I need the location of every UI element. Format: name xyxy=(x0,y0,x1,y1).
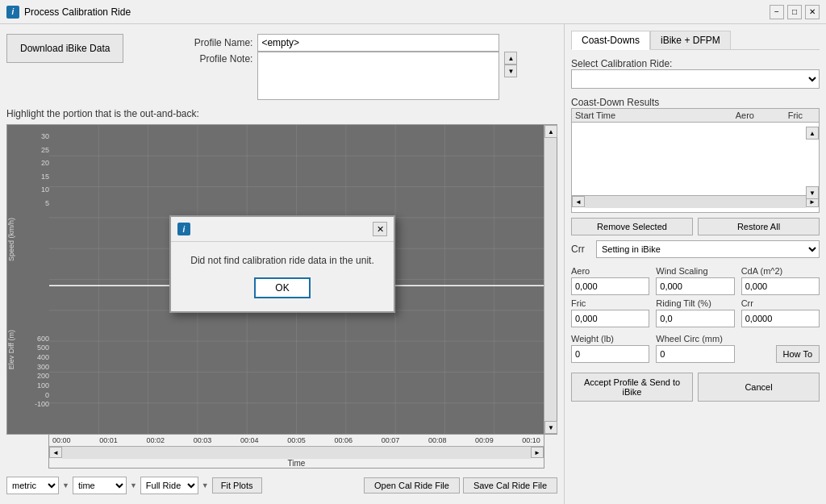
cal-ride-select[interactable] xyxy=(571,69,820,89)
how-to-button[interactable]: How To xyxy=(776,345,820,363)
dialog-message: Did not find calibration ride data in th… xyxy=(184,255,381,266)
right-panel: Coast-Downs iBike + DFPM Select Calibrat… xyxy=(565,24,826,504)
title-bar-left: i Process Calibration Ride xyxy=(6,6,131,19)
col-aero: Aero xyxy=(706,110,754,120)
cda-label: CdA (m^2) xyxy=(741,266,820,276)
riding-tilt-param-group: Riding Tilt (%) xyxy=(656,298,734,327)
weight-label: Weight (lb) xyxy=(571,334,649,344)
weight-param-group: Weight (lb) xyxy=(571,334,649,363)
results-hscroll: ◄ ► xyxy=(572,195,819,208)
results-scroll-left[interactable]: ◄ xyxy=(572,196,585,207)
accept-button[interactable]: Accept Profile & Send to iBike xyxy=(571,373,693,402)
close-button[interactable]: ✕ xyxy=(805,5,820,19)
cal-ride-label: Select Calibration Ride: xyxy=(571,58,820,69)
fric-param-group: Fric xyxy=(571,298,649,327)
action-buttons: Remove Selected Restore All xyxy=(571,218,820,235)
results-scroll-down[interactable]: ▼ xyxy=(806,186,819,199)
remove-selected-button[interactable]: Remove Selected xyxy=(571,218,693,235)
results-header: Start Time Aero Fric xyxy=(572,109,819,123)
aero-input[interactable] xyxy=(571,277,649,295)
weight-row: Weight (lb) Wheel Circ (mm) How To xyxy=(571,334,820,363)
cal-ride-select-row xyxy=(571,69,820,89)
crr-select[interactable]: Setting in iBike xyxy=(596,240,820,258)
crr2-label: Crr xyxy=(741,298,820,308)
bottom-action-row: Accept Profile & Send to iBike Cancel xyxy=(571,373,820,402)
dialog-titlebar: i ✕ xyxy=(171,217,394,242)
wind-scaling-label: Wind Scaling xyxy=(656,266,734,276)
col-fric: Fric xyxy=(754,110,803,120)
wheel-circ-param-group: Wheel Circ (mm) xyxy=(656,334,734,363)
results-hscroll-track xyxy=(585,196,806,208)
riding-tilt-input[interactable] xyxy=(656,310,734,327)
app-title: Process Calibration Ride xyxy=(24,6,131,18)
cancel-button[interactable]: Cancel xyxy=(698,373,820,402)
minimize-button[interactable]: − xyxy=(770,5,784,19)
how-to-group: How To xyxy=(741,334,820,363)
title-bar-controls: − □ ✕ xyxy=(770,5,820,19)
dialog-ok-button[interactable]: OK xyxy=(254,277,310,298)
error-dialog: i ✕ Did not find calibration ride data i… xyxy=(169,215,395,313)
app-icon: i xyxy=(6,6,19,19)
results-body xyxy=(572,123,819,195)
crr2-param-group: Crr xyxy=(741,298,820,327)
cda-param-group: CdA (m^2) xyxy=(741,266,820,295)
wheel-circ-input[interactable] xyxy=(656,345,734,363)
weight-input[interactable] xyxy=(571,345,649,363)
coast-down-results-label: Coast-Down Results xyxy=(571,97,820,108)
wheel-circ-label: Wheel Circ (mm) xyxy=(656,334,734,344)
cal-ride-section: Select Calibration Ride: xyxy=(571,55,820,89)
dialog-close-button[interactable]: ✕ xyxy=(373,222,387,236)
crr2-input[interactable] xyxy=(741,310,820,327)
aero-param-group: Aero xyxy=(571,266,649,295)
params-section: Aero Wind Scaling CdA (m^2) Fric Riding … xyxy=(571,266,820,327)
dialog-app-icon: i xyxy=(177,223,190,235)
dialog-body: Did not find calibration ride data in th… xyxy=(171,242,394,311)
restore-button[interactable]: □ xyxy=(787,5,802,19)
wind-scaling-input[interactable] xyxy=(656,277,734,295)
tab-ibike-dfpm[interactable]: iBike + DFPM xyxy=(650,31,731,49)
riding-tilt-label: Riding Tilt (%) xyxy=(656,298,734,308)
results-table: Start Time Aero Fric ◄ ► ▲ ▼ xyxy=(571,108,820,213)
dialog-overlay: i ✕ Did not find calibration ride data i… xyxy=(0,24,565,504)
crr-row: Crr Setting in iBike xyxy=(571,240,820,258)
how-to-spacer xyxy=(741,334,820,344)
fric-label: Fric xyxy=(571,298,649,308)
col-start-time: Start Time xyxy=(575,110,706,120)
coast-down-results-section: Coast-Down Results Start Time Aero Fric … xyxy=(571,94,820,213)
crr-label: Crr xyxy=(571,244,591,255)
tab-coast-downs[interactable]: Coast-Downs xyxy=(571,31,650,50)
cda-input[interactable] xyxy=(741,277,820,295)
title-bar: i Process Calibration Ride − □ ✕ xyxy=(0,0,826,24)
tabs-row: Coast-Downs iBike + DFPM xyxy=(571,31,820,50)
wind-scaling-param-group: Wind Scaling xyxy=(656,266,734,295)
dialog-title-left: i xyxy=(177,223,190,235)
results-scroll-up[interactable]: ▲ xyxy=(806,127,819,140)
aero-label: Aero xyxy=(571,266,649,276)
restore-all-button[interactable]: Restore All xyxy=(698,218,820,235)
fric-input[interactable] xyxy=(571,310,649,327)
